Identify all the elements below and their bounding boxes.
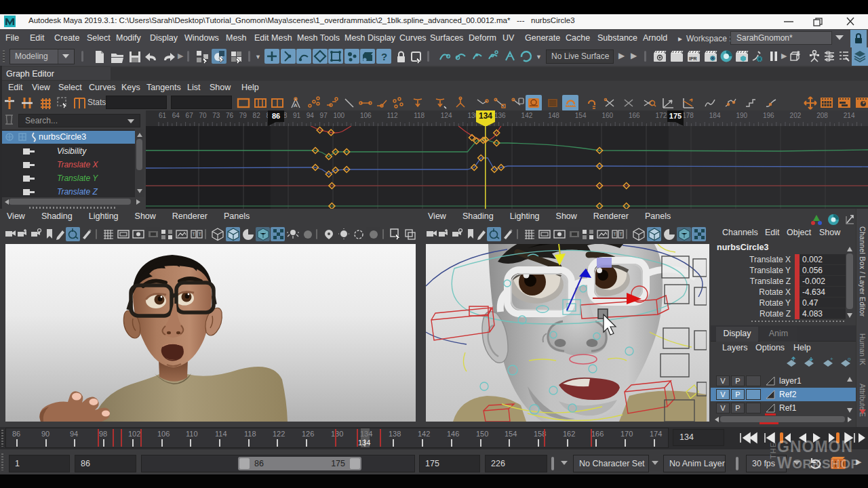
svg-text:67: 67 [186,112,194,119]
svg-text:90: 90 [41,430,50,438]
svg-text:146: 146 [447,430,459,438]
svg-text:114: 114 [215,430,227,438]
svg-text:64: 64 [172,112,180,119]
svg-text:178: 178 [682,112,694,119]
svg-text:118: 118 [414,112,425,119]
svg-text:154: 154 [505,430,517,438]
svg-text:T: T [614,232,617,237]
svg-text:106: 106 [360,112,372,119]
svg-text:o: o [848,357,851,362]
svg-text:A: A [294,102,298,108]
svg-text:166: 166 [591,430,604,438]
svg-text:98: 98 [99,430,107,438]
svg-text:162: 162 [563,430,575,438]
svg-text:136: 136 [494,112,506,119]
svg-text:196: 196 [763,112,774,119]
svg-text:IPR: IPR [689,56,697,61]
svg-text:150: 150 [476,430,488,438]
svg-text:70: 70 [199,112,207,119]
svg-text:142: 142 [521,112,533,119]
svg-text:190: 190 [736,112,747,119]
svg-text:T: T [193,232,196,237]
svg-text:138: 138 [389,430,401,438]
svg-text:118: 118 [244,430,256,438]
svg-text:124: 124 [441,112,452,119]
svg-text:134: 134 [358,439,370,447]
svg-text:122: 122 [273,430,285,438]
svg-text:172: 172 [656,112,667,119]
svg-text:61: 61 [159,112,167,119]
svg-text:148: 148 [548,112,559,119]
svg-text:+: + [830,357,833,362]
svg-text:184: 184 [709,112,721,119]
svg-text:73: 73 [212,112,220,119]
svg-text:76: 76 [226,112,234,119]
svg-text:T: T [620,232,623,237]
svg-text:154: 154 [575,112,587,119]
svg-text:79: 79 [239,112,248,119]
svg-text:202: 202 [790,112,802,119]
svg-text:82: 82 [253,112,261,119]
svg-text:166: 166 [629,112,640,119]
svg-text:102: 102 [128,430,140,438]
svg-text:112: 112 [387,112,398,119]
svg-text:91: 91 [293,112,301,119]
svg-text:94: 94 [307,112,315,119]
svg-text:174: 174 [650,430,662,438]
svg-text:142: 142 [418,430,430,438]
svg-text:?: ? [381,51,387,62]
svg-text:126: 126 [302,430,314,438]
svg-text:94: 94 [70,430,78,438]
svg-text:160: 160 [601,112,613,119]
svg-text:208: 208 [816,112,828,119]
svg-text:170: 170 [620,430,633,438]
svg-text:106: 106 [157,430,170,438]
svg-text:130: 130 [331,430,343,438]
svg-text:86: 86 [12,430,20,438]
svg-text:T: T [199,232,202,237]
svg-text:110: 110 [186,430,198,438]
svg-text:97: 97 [320,112,328,119]
svg-text:214: 214 [844,112,855,119]
svg-text:100: 100 [333,112,344,119]
